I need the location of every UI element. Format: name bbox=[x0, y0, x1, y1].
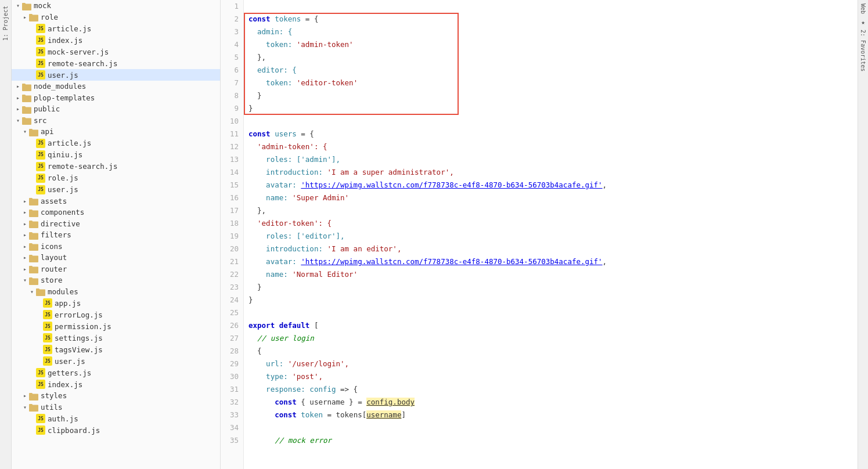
token: 'Super Admin' bbox=[292, 193, 349, 202]
token: 'Normal Editor' bbox=[292, 270, 358, 279]
tree-item-clipboard.js[interactable]: clipboard.js bbox=[12, 424, 220, 436]
tree-item-layout[interactable]: layout bbox=[12, 252, 220, 264]
token: name: bbox=[248, 270, 292, 279]
js-icon-settings.js bbox=[43, 333, 52, 342]
item-label-role.js: role.js bbox=[48, 174, 78, 182]
js-icon-user.js-store bbox=[43, 356, 52, 366]
code-line-24: } bbox=[248, 294, 858, 306]
js-icon-clipboard.js bbox=[36, 425, 45, 435]
line-num-26: 26 bbox=[225, 319, 239, 332]
tree-item-errorLog.js[interactable]: errorLog.js bbox=[12, 309, 220, 320]
item-label-assets: assets bbox=[41, 197, 67, 205]
code-line-27: // user login bbox=[248, 332, 858, 345]
folder-icon-utils bbox=[29, 403, 41, 412]
line-num-25: 25 bbox=[225, 306, 239, 319]
web-label[interactable]: Web bbox=[859, 0, 867, 17]
js-icon-tagsView.js bbox=[43, 345, 52, 354]
tree-item-router[interactable]: router bbox=[12, 264, 220, 275]
tree-item-settings.js[interactable]: settings.js bbox=[12, 332, 220, 344]
code-line-18: 'editor-token': { bbox=[248, 217, 858, 230]
tree-item-remote-search.js-src[interactable]: remote-search.js bbox=[12, 161, 220, 172]
item-label-remote-search.js-src: remote-search.js bbox=[48, 162, 117, 171]
line-num-20: 20 bbox=[225, 243, 239, 255]
tree-item-article.js-mock[interactable]: article.js bbox=[12, 23, 220, 34]
token: const bbox=[248, 410, 301, 419]
code-line-21: avatar: 'https://wpimg.wallstcn.com/f778… bbox=[248, 255, 858, 268]
item-label-modules: modules bbox=[48, 287, 78, 296]
item-label-qiniu.js: qiniu.js bbox=[48, 150, 82, 159]
tree-item-mock[interactable]: mock bbox=[12, 0, 220, 12]
token: { username } bbox=[301, 398, 353, 406]
token: tokens bbox=[275, 15, 301, 23]
tree-item-mock-server.js[interactable]: mock-server.js bbox=[12, 46, 220, 57]
item-label-components: components bbox=[41, 208, 84, 217]
tree-item-index.js-mock[interactable]: index.js bbox=[12, 34, 220, 46]
tree-item-app.js[interactable]: app.js bbox=[12, 297, 220, 309]
tree-item-api[interactable]: api bbox=[12, 126, 220, 138]
code-line-26: export default [ bbox=[248, 319, 858, 332]
tree-item-store[interactable]: store bbox=[12, 275, 220, 286]
tree-item-tagsView.js[interactable]: tagsView.js bbox=[12, 344, 220, 355]
folder-icon-assets bbox=[29, 197, 41, 206]
token: export bbox=[248, 321, 279, 330]
tree-item-user.js-store[interactable]: user.js bbox=[12, 355, 220, 367]
item-label-api: api bbox=[41, 127, 54, 136]
tree-item-modules[interactable]: modules bbox=[12, 286, 220, 298]
folder-icon-role bbox=[29, 13, 41, 22]
folder-icon-plop-templates bbox=[22, 93, 34, 103]
token: token: bbox=[248, 78, 297, 87]
tree-item-public[interactable]: public bbox=[12, 103, 220, 115]
arrow-assets bbox=[21, 197, 29, 205]
item-label-mock: mock bbox=[34, 1, 51, 10]
tree-item-user.js-mock[interactable]: user.js bbox=[12, 69, 220, 81]
token: } bbox=[248, 283, 262, 291]
token: response: bbox=[248, 385, 309, 394]
tree-item-filters[interactable]: filters bbox=[12, 229, 220, 241]
folder-icon-components bbox=[29, 208, 41, 217]
tree-item-permission.js[interactable]: permission.js bbox=[12, 320, 220, 332]
code-line-7: token: 'editor-token' bbox=[248, 77, 858, 89]
token: const bbox=[248, 129, 275, 138]
project-strip-label[interactable]: 1: Project bbox=[1, 2, 10, 44]
tree-item-remote-search.js-mock[interactable]: remote-search.js bbox=[12, 57, 220, 69]
code-lines: const tokens = { admin: { token: 'admin-… bbox=[244, 0, 858, 469]
tree-item-qiniu.js[interactable]: qiniu.js bbox=[12, 149, 220, 161]
arrow-layout bbox=[21, 254, 29, 262]
favorites-label[interactable]: 2: Favorites bbox=[859, 26, 867, 75]
line-num-3: 3 bbox=[225, 26, 239, 38]
code-line-31: response: config => { bbox=[248, 383, 858, 396]
tree-item-plop-templates[interactable]: plop-templates bbox=[12, 92, 220, 104]
tree-item-assets[interactable]: assets bbox=[12, 196, 220, 207]
item-label-article.js-mock: article.js bbox=[48, 24, 91, 33]
tree-item-components[interactable]: components bbox=[12, 207, 220, 218]
line-num-10: 10 bbox=[225, 115, 239, 128]
js-icon-user.js-mock bbox=[36, 70, 45, 80]
item-label-user.js-store: user.js bbox=[55, 357, 85, 366]
tree-item-icons[interactable]: icons bbox=[12, 241, 220, 252]
token: }, bbox=[248, 53, 266, 62]
tree-item-role.js[interactable]: role.js bbox=[12, 172, 220, 184]
tree-item-getters.js[interactable]: getters.js bbox=[12, 367, 220, 378]
code-line-19: roles: ['editor'], bbox=[248, 230, 858, 243]
js-icon-user.js-src bbox=[36, 185, 45, 194]
tree-item-user.js-src[interactable]: user.js bbox=[12, 184, 220, 196]
tree-item-styles[interactable]: styles bbox=[12, 390, 220, 402]
code-line-1 bbox=[248, 0, 858, 13]
token: 'post', bbox=[292, 372, 323, 381]
tree-item-article.js-src[interactable]: article.js bbox=[12, 138, 220, 149]
tree-item-utils[interactable]: utils bbox=[12, 402, 220, 413]
line-num-34: 34 bbox=[225, 421, 239, 434]
tree-item-index.js-store[interactable]: index.js bbox=[12, 378, 220, 390]
js-icon-qiniu.js bbox=[36, 150, 45, 160]
tree-item-role[interactable]: role bbox=[12, 12, 220, 23]
code-line-22: name: 'Normal Editor' bbox=[248, 268, 858, 281]
line-num-23: 23 bbox=[225, 281, 239, 294]
token: config.body bbox=[366, 398, 415, 406]
item-label-store: store bbox=[41, 276, 63, 284]
line-num-18: 18 bbox=[225, 217, 239, 230]
line-num-27: 27 bbox=[225, 332, 239, 345]
tree-item-node_modules[interactable]: node_modules bbox=[12, 81, 220, 92]
tree-item-src[interactable]: src bbox=[12, 115, 220, 127]
tree-item-auth.js[interactable]: auth.js bbox=[12, 413, 220, 424]
tree-item-directive[interactable]: directive bbox=[12, 218, 220, 230]
